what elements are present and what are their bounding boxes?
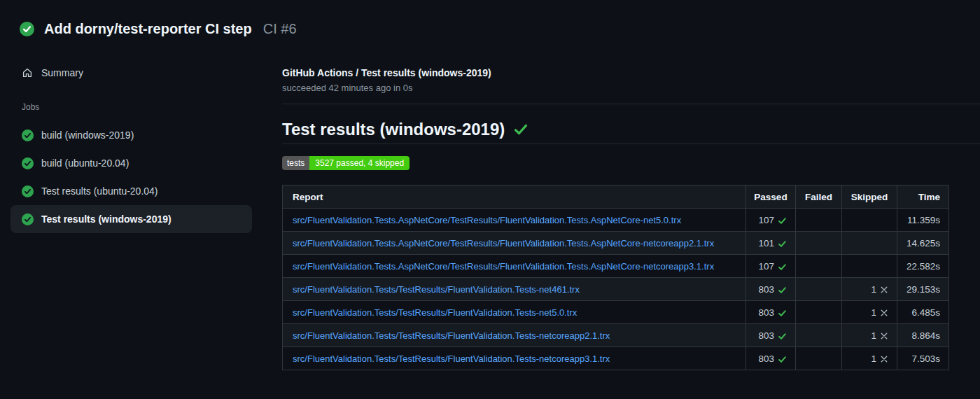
passed-check-icon — [778, 332, 787, 341]
skipped-cell — [842, 232, 897, 255]
column-header-time: Time — [897, 186, 949, 209]
time-cell: 14.625s — [897, 232, 949, 255]
section-title: Test results (windows-2019) — [282, 118, 505, 141]
passed-cell: 107 — [746, 255, 796, 278]
table-row: src/FluentValidation.Tests/TestResults/F… — [283, 278, 949, 301]
check-circle-icon — [22, 158, 34, 169]
time-cell: 6.485s — [897, 301, 949, 324]
check-circle-icon — [22, 214, 34, 225]
skipped-x-icon — [880, 286, 888, 294]
report-link[interactable]: src/FluentValidation.Tests.AspNetCore/Te… — [293, 238, 714, 248]
failed-cell — [796, 209, 842, 232]
passed-cell: 803 — [746, 347, 796, 370]
table-row: src/FluentValidation.Tests.AspNetCore/Te… — [283, 255, 949, 278]
column-header-report: Report — [283, 186, 746, 209]
check-circle-icon — [22, 130, 34, 141]
report-link[interactable]: src/FluentValidation.Tests/TestResults/F… — [293, 330, 610, 341]
check-circle-icon — [20, 22, 34, 36]
skipped-cell: 1 — [842, 301, 897, 324]
passed-check-icon — [778, 262, 787, 272]
passed-cell: 101 — [746, 232, 796, 255]
run-number: CI #6 — [263, 21, 297, 37]
table-row: src/FluentValidation.Tests/TestResults/F… — [283, 301, 949, 324]
main-content: GitHub Actions / Test results (windows-2… — [282, 67, 980, 370]
job-label: build (ubuntu-20.04) — [41, 158, 129, 169]
divider — [282, 104, 980, 104]
passed-check-icon — [778, 286, 787, 295]
check-circle-icon — [22, 186, 34, 197]
passed-check-icon — [778, 355, 787, 364]
report-cell: src/FluentValidation.Tests/TestResults/F… — [283, 301, 746, 324]
sidebar-item-summary[interactable]: Summary — [0, 59, 266, 87]
failed-cell — [796, 324, 842, 347]
run-header: Add dorny/test-reporter CI step CI #6 — [20, 21, 297, 37]
report-link[interactable]: src/FluentValidation.Tests.AspNetCore/Te… — [293, 261, 714, 272]
skipped-x-icon — [880, 355, 888, 363]
passed-cell: 803 — [746, 278, 796, 301]
sidebar-job-item[interactable]: build (ubuntu-20.04) — [10, 149, 252, 177]
job-label: Test results (windows-2019) — [41, 214, 172, 225]
passed-check-icon — [778, 309, 787, 318]
passed-cell: 803 — [746, 301, 796, 324]
badge-label: tests — [282, 156, 309, 170]
badge-value: 3527 passed, 4 skipped — [309, 156, 410, 170]
time-cell: 11.359s — [897, 209, 949, 232]
check-run-status: succeeded 42 minutes ago in 0s — [282, 83, 980, 93]
passed-check-icon — [778, 216, 787, 225]
column-header-passed: Passed — [746, 186, 796, 209]
sidebar-job-item[interactable]: Test results (ubuntu-20.04) — [10, 177, 252, 205]
skipped-cell: 1 — [842, 278, 897, 301]
report-cell: src/FluentValidation.Tests.AspNetCore/Te… — [283, 255, 746, 278]
table-row: src/FluentValidation.Tests.AspNetCore/Te… — [283, 209, 949, 232]
jobs-section-label: Jobs — [0, 98, 266, 116]
skipped-x-icon — [880, 332, 888, 340]
report-link[interactable]: src/FluentValidation.Tests.AspNetCore/Te… — [293, 215, 681, 225]
table-row: src/FluentValidation.Tests.AspNetCore/Te… — [283, 232, 949, 255]
passed-cell: 803 — [746, 324, 796, 347]
summary-label: Summary — [41, 67, 83, 78]
job-label: build (windows-2019) — [41, 130, 134, 141]
failed-cell — [796, 278, 842, 301]
section-heading: Test results (windows-2019) — [282, 118, 980, 141]
job-label: Test results (ubuntu-20.04) — [41, 186, 158, 197]
time-cell: 29.153s — [897, 278, 949, 301]
failed-cell — [796, 255, 842, 278]
failed-cell — [796, 232, 842, 255]
report-cell: src/FluentValidation.Tests.AspNetCore/Te… — [283, 232, 746, 255]
skipped-cell — [842, 209, 897, 232]
skipped-x-icon — [880, 309, 888, 317]
passed-check-icon — [778, 239, 787, 248]
page-title: Add dorny/test-reporter CI step — [44, 21, 252, 37]
report-link[interactable]: src/FluentValidation.Tests/TestResults/F… — [293, 284, 580, 295]
time-cell: 8.864s — [897, 324, 949, 347]
skipped-cell: 1 — [842, 324, 897, 347]
time-cell: 22.582s — [897, 255, 949, 278]
column-header-skipped: Skipped — [842, 186, 897, 209]
report-cell: src/FluentValidation.Tests.AspNetCore/Te… — [283, 209, 746, 232]
sidebar: Summary Jobs build (windows-2019) build … — [0, 59, 266, 233]
skipped-cell — [842, 255, 897, 278]
jobs-list: build (windows-2019) build (ubuntu-20.04… — [0, 121, 266, 233]
report-cell: src/FluentValidation.Tests/TestResults/F… — [283, 278, 746, 301]
success-check-icon — [513, 122, 528, 137]
report-link[interactable]: src/FluentValidation.Tests/TestResults/F… — [293, 354, 610, 364]
report-cell: src/FluentValidation.Tests/TestResults/F… — [283, 347, 746, 370]
time-cell: 7.503s — [897, 347, 949, 370]
table-header-row: Report Passed Failed Skipped Time — [283, 186, 949, 209]
sidebar-job-item[interactable]: Test results (windows-2019) — [10, 205, 252, 233]
home-icon — [22, 67, 33, 78]
skipped-cell: 1 — [842, 347, 897, 370]
passed-cell: 107 — [746, 209, 796, 232]
test-results-table: Report Passed Failed Skipped Time src/Fl… — [282, 185, 949, 370]
divider — [282, 144, 980, 144]
failed-cell — [796, 301, 842, 324]
column-header-failed: Failed — [796, 186, 842, 209]
tests-badge: tests 3527 passed, 4 skipped — [282, 156, 410, 170]
sidebar-job-item[interactable]: build (windows-2019) — [10, 121, 252, 149]
failed-cell — [796, 347, 842, 370]
check-run-title: GitHub Actions / Test results (windows-2… — [282, 67, 980, 78]
table-row: src/FluentValidation.Tests/TestResults/F… — [283, 347, 949, 370]
report-link[interactable]: src/FluentValidation.Tests/TestResults/F… — [293, 307, 577, 318]
report-cell: src/FluentValidation.Tests/TestResults/F… — [283, 324, 746, 347]
table-body: src/FluentValidation.Tests.AspNetCore/Te… — [283, 209, 949, 370]
